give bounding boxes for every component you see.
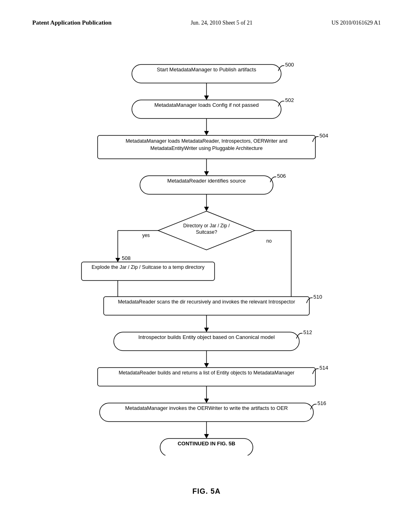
diagram-container-2: Start MetadataManager to Publish artifac… — [32, 52, 381, 459]
svg-text:506: 506 — [277, 173, 286, 179]
svg-text:MetadataReader scans the dir r: MetadataReader scans the dir recursively… — [118, 299, 295, 305]
svg-text:MetadataManager invokes the OE: MetadataManager invokes the OERWriter to… — [125, 405, 288, 411]
svg-text:Directory or Jar / Zip /: Directory or Jar / Zip / — [183, 223, 230, 229]
svg-text:Explode the Jar / Zip / Suitca: Explode the Jar / Zip / Suitcase to a te… — [92, 264, 205, 270]
svg-marker-43 — [204, 328, 209, 332]
page-header: Patent Application Publication Jun. 24, … — [32, 19, 381, 26]
fig-label: FIG. 5A — [192, 487, 221, 496]
svg-marker-58 — [204, 434, 209, 438]
svg-text:510: 510 — [313, 294, 322, 300]
svg-marker-53 — [204, 399, 209, 403]
svg-marker-15 — [204, 171, 209, 176]
svg-text:no: no — [266, 238, 272, 244]
svg-text:512: 512 — [303, 329, 312, 335]
svg-text:CONTINUED IN FIG. 5B: CONTINUED IN FIG. 5B — [177, 441, 235, 447]
svg-text:MetadataReader builds and  ret: MetadataReader builds and returns a list… — [119, 370, 294, 376]
svg-text:MetadataEntityWriter using Plu: MetadataEntityWriter using Pluggable Arc… — [150, 145, 263, 151]
svg-text:504: 504 — [319, 133, 328, 139]
svg-marker-4 — [204, 96, 209, 100]
header-center: Jun. 24, 2010 Sheet 5 of 21 — [191, 20, 252, 26]
svg-text:514: 514 — [319, 365, 328, 371]
svg-marker-20 — [204, 207, 209, 211]
svg-text:MetadataManager loads Metadata: MetadataManager loads MetadataReader, In… — [125, 138, 287, 144]
svg-marker-28 — [115, 258, 120, 262]
svg-marker-48 — [204, 363, 209, 368]
svg-text:MetadataManager loads Config i: MetadataManager loads Config if not pass… — [154, 102, 259, 108]
svg-text:Introspector builds Entity obj: Introspector builds Entity object based … — [138, 334, 275, 340]
svg-text:MetadataReader identifies sour: MetadataReader identifies source — [167, 178, 246, 184]
header-left: Patent Application Publication — [32, 19, 112, 26]
svg-text:Suitcase?: Suitcase? — [196, 229, 217, 235]
svg-marker-9 — [204, 131, 209, 135]
svg-text:508: 508 — [122, 255, 131, 261]
svg-text:516: 516 — [317, 400, 326, 406]
svg-text:Start MetadataManager to Publi: Start MetadataManager to Publish artifac… — [157, 66, 257, 73]
svg-text:yes: yes — [142, 233, 150, 238]
svg-text:502: 502 — [285, 97, 294, 103]
svg-text:500: 500 — [285, 62, 294, 68]
flowchart: Start MetadataManager to Publish artifac… — [33, 52, 380, 455]
header-right: US 2010/0161629 A1 — [332, 20, 381, 26]
